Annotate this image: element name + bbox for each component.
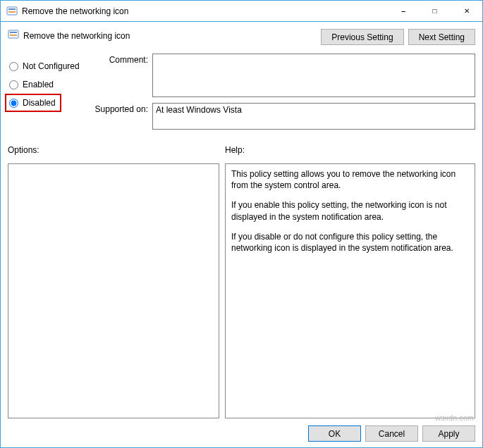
help-text: This policy setting allows you to remove… (231, 168, 469, 191)
svg-rect-3 (8, 30, 18, 38)
cancel-button[interactable]: Cancel (365, 425, 418, 442)
help-text: If you enable this policy setting, the n… (231, 199, 469, 222)
svg-rect-4 (10, 32, 17, 33)
minimize-button[interactable]: ‒ (387, 1, 419, 21)
options-label: Options: (8, 145, 219, 155)
svg-rect-1 (8, 8, 16, 10)
next-setting-button[interactable]: Next Setting (408, 29, 475, 45)
radio-label: Disabled (23, 98, 56, 108)
svg-rect-2 (8, 11, 16, 13)
radio-label: Not Configured (23, 61, 80, 71)
help-label: Help: (225, 145, 475, 155)
supported-on-label: Supported on: (92, 103, 152, 130)
comment-input[interactable] (152, 54, 475, 97)
policy-title: Remove the networking icon (23, 31, 130, 41)
svg-rect-0 (7, 7, 17, 15)
close-button[interactable]: ✕ (451, 1, 482, 21)
radio-disabled[interactable]: Disabled (5, 94, 61, 112)
apply-button[interactable]: Apply (422, 425, 475, 442)
help-panel: This policy setting allows you to remove… (225, 163, 475, 418)
radio-enabled[interactable]: Enabled (8, 75, 92, 94)
supported-on-value (152, 103, 475, 130)
radio-not-configured[interactable]: Not Configured (8, 57, 92, 75)
maximize-button[interactable]: □ (419, 1, 451, 21)
content-area: Remove the networking icon Previous Sett… (1, 22, 482, 447)
radio-disabled-input[interactable] (9, 99, 18, 108)
titlebar: Remove the networking icon ‒ □ ✕ (1, 1, 482, 22)
dialog-footer: OK Cancel Apply (8, 418, 475, 442)
help-text: If you disable or do not configure this … (231, 231, 469, 254)
ok-button[interactable]: OK (308, 425, 361, 442)
radio-label: Enabled (23, 80, 54, 89)
window-title: Remove the networking icon (22, 6, 128, 16)
policy-icon (8, 29, 19, 42)
policy-icon (6, 6, 18, 17)
radio-enabled-input[interactable] (9, 80, 18, 89)
radio-not-configured-input[interactable] (9, 62, 18, 71)
state-radio-group: Not Configured Enabled Disabled (8, 54, 92, 135)
svg-rect-5 (10, 35, 17, 36)
comment-label: Comment: (92, 54, 152, 97)
previous-setting-button[interactable]: Previous Setting (321, 29, 403, 45)
options-panel (8, 163, 219, 418)
